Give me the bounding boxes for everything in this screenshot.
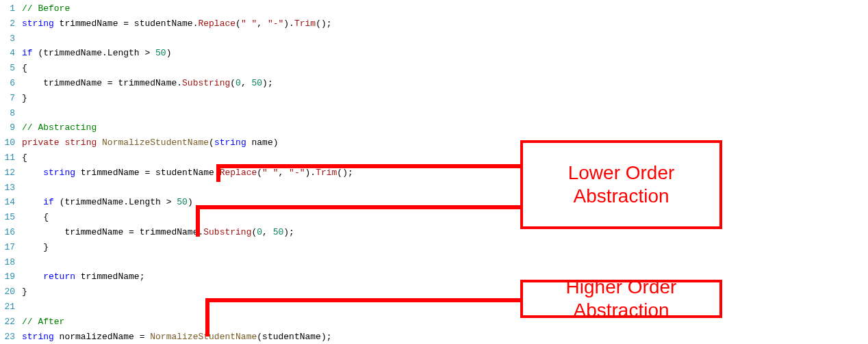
code-line: { xyxy=(22,210,868,225)
code-area[interactable]: // Before string trimmedName = studentNa… xyxy=(22,1,868,344)
line-number: 5 xyxy=(0,61,15,76)
connector-line xyxy=(216,164,520,168)
code-line: trimmedName = trimmedName.Substring(0, 5… xyxy=(22,76,868,91)
code-line: // After xyxy=(22,315,868,330)
code-line: } xyxy=(22,285,868,300)
annotation-label: Lower Order Abstraction xyxy=(530,161,713,207)
line-number: 10 xyxy=(0,135,15,150)
line-number: 15 xyxy=(0,210,15,225)
line-number: 20 xyxy=(0,285,15,300)
code-line: string trimmedName = studentName.Replace… xyxy=(22,16,868,31)
code-line: trimmedName = trimmedName.Substring(0, 5… xyxy=(22,225,868,240)
code-line: { xyxy=(22,150,868,166)
line-number: 12 xyxy=(0,166,15,181)
line-number: 7 xyxy=(0,91,15,106)
code-line: { xyxy=(22,61,868,76)
annotation-label: Higher Order Abstraction xyxy=(530,276,713,321)
code-line: if (trimmedName.Length > 50) xyxy=(22,46,868,61)
line-number-gutter: 1 2 3 4 5 6 7 8 9 10 11 12 13 14 15 16 1… xyxy=(0,1,22,344)
line-number: 2 xyxy=(0,16,15,31)
code-editor: 1 2 3 4 5 6 7 8 9 10 11 12 13 14 15 16 1… xyxy=(0,0,868,344)
connector-line xyxy=(196,205,520,209)
code-line: private string NormalizeStudentName(stri… xyxy=(22,135,868,150)
line-number: 8 xyxy=(0,106,15,121)
code-line: return trimmedName; xyxy=(22,269,868,285)
connector-line xyxy=(205,298,520,302)
code-line: } xyxy=(22,91,868,106)
line-number: 16 xyxy=(0,225,15,240)
line-number: 17 xyxy=(0,240,15,255)
line-number: 22 xyxy=(0,315,15,330)
connector-line xyxy=(205,298,209,336)
line-number: 11 xyxy=(0,150,15,166)
line-number: 19 xyxy=(0,269,15,285)
code-line xyxy=(22,106,868,121)
code-line xyxy=(22,181,868,196)
annotation-lower-order: Lower Order Abstraction xyxy=(520,140,722,229)
line-number: 4 xyxy=(0,46,15,61)
line-number: 13 xyxy=(0,181,15,196)
code-line: } xyxy=(22,240,868,255)
line-number: 23 xyxy=(0,330,15,344)
code-line xyxy=(22,255,868,270)
annotation-higher-order: Higher Order Abstraction xyxy=(520,280,722,318)
code-line: // Before xyxy=(22,1,868,16)
line-number: 3 xyxy=(0,31,15,47)
code-line: // Abstracting xyxy=(22,120,868,135)
line-number: 14 xyxy=(0,195,15,210)
line-number: 21 xyxy=(0,300,15,315)
code-line xyxy=(22,31,868,47)
line-number: 1 xyxy=(0,1,15,16)
connector-line xyxy=(196,205,200,237)
line-number: 9 xyxy=(0,120,15,135)
code-line: string normalizedName = NormalizeStudent… xyxy=(22,330,868,344)
line-number: 18 xyxy=(0,255,15,270)
line-number: 6 xyxy=(0,76,15,91)
